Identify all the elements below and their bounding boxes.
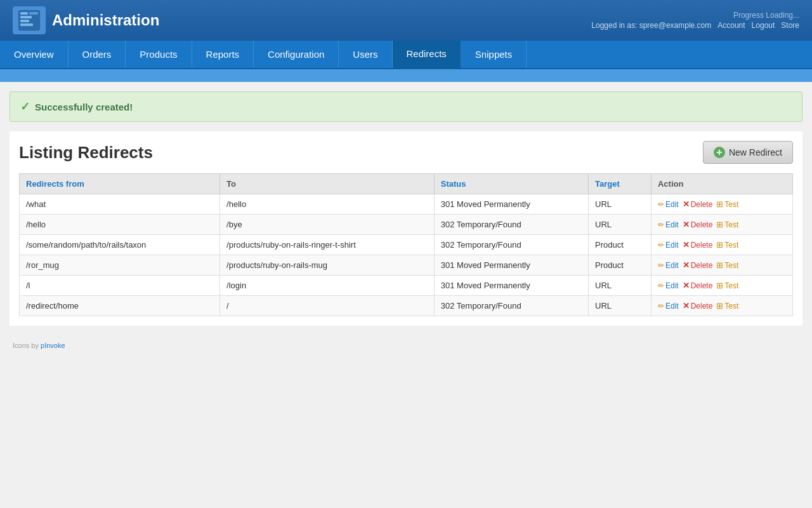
nav-item-overview[interactable]: Overview [0, 41, 69, 68]
edit-button[interactable]: ✏ Edit [658, 241, 679, 250]
table-head: Redirects fromToStatusTargetAction [20, 174, 793, 194]
svg-rect-5 [29, 12, 38, 15]
header-right: Progress Loading... Logged in as: spree@… [591, 11, 799, 30]
test-button[interactable]: ⊞ Test [716, 281, 738, 290]
delete-button[interactable]: ✕ Delete [683, 240, 713, 250]
test-button[interactable]: ⊞ Test [716, 220, 738, 229]
nav-item-reports[interactable]: Reports [192, 41, 254, 68]
spree-logo [13, 6, 46, 34]
cell-to: /bye [220, 215, 435, 235]
logout-link[interactable]: Logout [752, 21, 775, 30]
delete-button[interactable]: ✕ Delete [683, 220, 713, 229]
cell-from: /l [20, 276, 220, 296]
cell-action: ✏ Edit✕ Delete⊞ Test [651, 276, 792, 296]
x-icon: ✕ [683, 220, 690, 229]
table-body: /what/hello301 Moved PermanentlyURL✏ Edi… [20, 194, 793, 316]
pencil-icon: ✏ [658, 261, 664, 270]
table-row: /redirect/home/302 Temporary/FoundURL✏ E… [20, 296, 793, 316]
pencil-icon: ✏ [658, 200, 664, 209]
pencil-icon: ✏ [658, 220, 664, 229]
x-icon: ✕ [683, 260, 690, 270]
success-message: Successfully created! [35, 102, 133, 112]
cell-target: URL [589, 276, 652, 296]
table-row: /hello/bye302 Temporary/FoundURL✏ Edit✕ … [20, 215, 793, 235]
test-icon: ⊞ [716, 281, 723, 290]
edit-button[interactable]: ✏ Edit [658, 200, 679, 209]
x-icon: ✕ [683, 281, 690, 290]
svg-rect-1 [20, 12, 28, 15]
table-row: /what/hello301 Moved PermanentlyURL✏ Edi… [20, 194, 793, 215]
delete-button[interactable]: ✕ Delete [683, 301, 713, 311]
x-icon: ✕ [683, 240, 690, 250]
cell-action: ✏ Edit✕ Delete⊞ Test [651, 215, 792, 235]
svg-rect-2 [20, 16, 32, 18]
plus-circle-icon: + [714, 147, 725, 158]
test-icon: ⊞ [716, 301, 723, 311]
progress-text: Progress Loading... [733, 11, 799, 20]
cell-to: /hello [220, 194, 435, 215]
main-content: Listing Redirects + New Redirect Redirec… [10, 131, 802, 326]
delete-button[interactable]: ✕ Delete [683, 281, 713, 290]
test-icon: ⊞ [716, 199, 723, 209]
test-button[interactable]: ⊞ Test [716, 199, 738, 209]
col-header-redirects_from[interactable]: Redirects from [20, 174, 220, 194]
edit-button[interactable]: ✏ Edit [658, 261, 679, 270]
cell-to: /products/ruby-on-rails-ringer-t-shirt [220, 235, 435, 255]
redirects-table: Redirects fromToStatusTargetAction /what… [19, 173, 793, 316]
user-info: Logged in as: spree@example.com Account … [591, 21, 799, 30]
svg-rect-4 [20, 23, 33, 26]
nav-item-products[interactable]: Products [126, 41, 192, 68]
app-title: Administration [52, 11, 159, 29]
cell-from: /what [20, 194, 220, 215]
table-row: /l/login301 Moved PermanentlyURL✏ Edit✕ … [20, 276, 793, 296]
footer-link[interactable]: pInvoke [41, 342, 65, 349]
col-header-action: Action [651, 174, 792, 194]
edit-button[interactable]: ✏ Edit [658, 220, 679, 229]
nav-item-snippets[interactable]: Snippets [461, 41, 527, 68]
cell-to: /products/ruby-on-rails-mug [220, 255, 435, 276]
success-icon: ✓ [20, 100, 30, 114]
cell-from: /ror_mug [20, 255, 220, 276]
nav-item-configuration[interactable]: Configuration [254, 41, 339, 68]
account-link[interactable]: Account [717, 21, 745, 30]
cell-action: ✏ Edit✕ Delete⊞ Test [651, 194, 792, 215]
cell-from: /redirect/home [20, 296, 220, 316]
col-header-target[interactable]: Target [589, 174, 652, 194]
main-nav: OverviewOrdersProductsReportsConfigurati… [0, 41, 812, 69]
test-button[interactable]: ⊞ Test [716, 260, 738, 270]
delete-button[interactable]: ✕ Delete [683, 199, 713, 209]
edit-button[interactable]: ✏ Edit [658, 281, 679, 290]
test-button[interactable]: ⊞ Test [716, 301, 738, 311]
new-redirect-label: New Redirect [729, 147, 782, 157]
cell-status: 301 Moved Permanently [434, 255, 588, 276]
footer-text: Icons by [13, 342, 39, 349]
cell-status: 301 Moved Permanently [434, 276, 588, 296]
cell-target: URL [589, 215, 652, 235]
nav-item-users[interactable]: Users [339, 41, 392, 68]
nav-item-orders[interactable]: Orders [69, 41, 126, 68]
cell-target: URL [589, 296, 652, 316]
cell-target: Product [589, 235, 652, 255]
col-header-status[interactable]: Status [434, 174, 588, 194]
cell-from: /some/random/path/to/rails/taxon [20, 235, 220, 255]
x-icon: ✕ [683, 199, 690, 209]
nav-item-redirects[interactable]: Redirects [393, 41, 461, 68]
cell-action: ✏ Edit✕ Delete⊞ Test [651, 235, 792, 255]
success-banner: ✓ Successfully created! [10, 91, 802, 122]
cell-target: URL [589, 194, 652, 215]
edit-button[interactable]: ✏ Edit [658, 302, 679, 311]
test-icon: ⊞ [716, 260, 723, 270]
cell-to: /login [220, 276, 435, 296]
cell-action: ✏ Edit✕ Delete⊞ Test [651, 255, 792, 276]
subnav-bar [0, 69, 812, 82]
logged-in-label: Logged in as: spree@example.com [591, 21, 711, 30]
header: Administration Progress Loading... Logge… [0, 0, 812, 41]
delete-button[interactable]: ✕ Delete [683, 260, 713, 270]
page-title: Listing Redirects [19, 143, 153, 163]
cell-status: 301 Moved Permanently [434, 194, 588, 215]
footer: Icons by pInvoke [0, 335, 812, 356]
cell-target: Product [589, 255, 652, 276]
new-redirect-button[interactable]: + New Redirect [703, 141, 793, 164]
test-button[interactable]: ⊞ Test [716, 240, 738, 250]
store-link[interactable]: Store [781, 21, 799, 30]
